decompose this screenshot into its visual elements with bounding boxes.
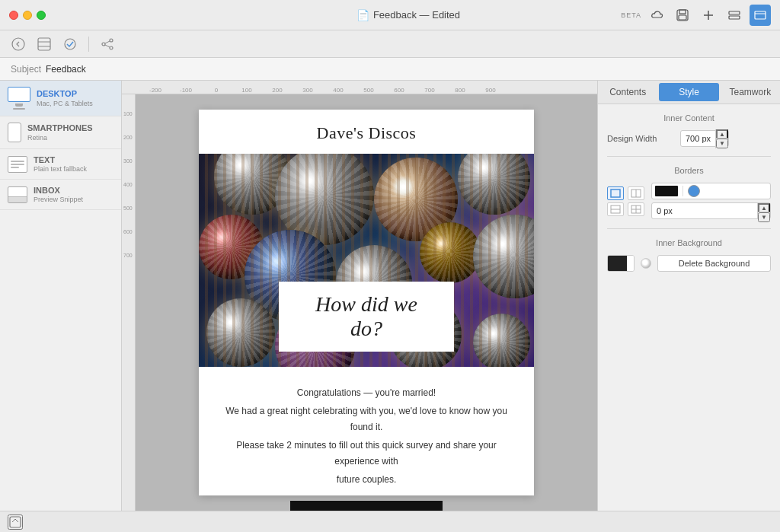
smartphone-device-icon <box>8 123 21 142</box>
window-title: 📄 Feedback — Edited <box>356 9 460 21</box>
disco-ball-8 <box>420 222 481 283</box>
disco-ball-13 <box>473 314 530 367</box>
preview-inbox[interactable]: INBOX Preview Snippet <box>0 180 121 210</box>
back-icon-btn[interactable] <box>8 33 29 55</box>
share-icon-btn[interactable] <box>97 33 118 55</box>
delete-background-button[interactable]: Delete Background <box>657 255 771 272</box>
disco-ball-9 <box>473 215 534 298</box>
fullscreen-button[interactable] <box>37 11 46 20</box>
svg-point-9 <box>12 38 24 50</box>
swatch-dark-color <box>608 256 627 271</box>
design-width-label: Design Width <box>607 134 676 143</box>
email-cta-button[interactable]: Leave us a review <box>290 501 443 511</box>
how-did-we-do-text: How did we do? <box>315 292 417 340</box>
inner-background-controls: Delete Background <box>607 255 771 272</box>
tab-contents[interactable]: Contents <box>598 81 657 104</box>
svg-rect-1 <box>679 10 686 14</box>
border-size-row[interactable]: 0 px ▲ ▼ <box>651 202 771 219</box>
svg-point-15 <box>102 43 105 46</box>
border-color-swatch[interactable] <box>655 186 678 196</box>
border-size-down-btn[interactable]: ▼ <box>758 212 770 222</box>
border-layout-picker <box>607 186 645 216</box>
desktop-preview-text: DESKTOP Mac, PC & Tablets <box>37 89 113 107</box>
email-body-line-3: Please take 2 minutes to fill out this q… <box>222 438 511 469</box>
subject-label: Subject <box>11 64 41 75</box>
tab-style[interactable]: Style <box>659 83 718 101</box>
title-bar: 📄 Feedback — Edited BETA <box>0 0 780 30</box>
preview-panel: DESKTOP Mac, PC & Tablets SMARTPHONES Re… <box>0 81 122 511</box>
svg-rect-6 <box>729 16 740 19</box>
svg-rect-2 <box>679 15 686 20</box>
borders-controls: 0 px ▲ ▼ <box>607 183 771 219</box>
minimize-button[interactable] <box>23 11 32 20</box>
svg-line-18 <box>105 45 110 47</box>
canvas-with-ruler: 100 200 300 400 500 600 700 Dave's Disco… <box>122 94 597 511</box>
preview-smartphones[interactable]: SMARTPHONES Retina <box>0 116 121 149</box>
check-icon-btn[interactable] <box>59 33 81 55</box>
right-panel-content: Inner Content Design Width 700 px ▲ ▼ Bo… <box>598 104 780 511</box>
svg-rect-10 <box>38 38 50 50</box>
design-width-up-btn[interactable]: ▲ <box>716 129 728 139</box>
secondary-toolbar <box>0 30 780 58</box>
template-icon-btn[interactable] <box>34 33 55 55</box>
email-body-line-4: future couples. <box>222 472 511 487</box>
border-size-up-btn[interactable]: ▲ <box>758 203 770 212</box>
design-width-stepper[interactable]: 700 px ▲ ▼ <box>680 130 729 147</box>
svg-rect-27 <box>10 517 21 527</box>
email-canvas[interactable]: Dave's Discos <box>136 94 597 511</box>
svg-rect-5 <box>729 11 740 14</box>
border-option-all[interactable] <box>607 186 624 200</box>
right-panel: Contents Style Teamwork Inner Content De… <box>597 81 780 511</box>
subject-value: Feedback <box>46 64 86 75</box>
subject-bar: Subject Feedback <box>0 58 780 81</box>
svg-point-13 <box>65 39 75 49</box>
svg-line-17 <box>105 41 110 43</box>
border-option-none[interactable] <box>628 202 644 216</box>
close-button[interactable] <box>9 11 18 20</box>
borders-section-title: Borders <box>607 166 771 175</box>
traffic-lights[interactable] <box>9 11 46 20</box>
preview-text[interactable]: TEXT Plain text fallback <box>0 149 121 180</box>
beta-badge: BETA <box>621 11 641 19</box>
fullscreen-icon-btn[interactable] <box>8 514 23 530</box>
text-preview-text: TEXT Plain text fallback <box>34 155 113 173</box>
svg-point-14 <box>110 39 113 42</box>
smartphones-preview-text: SMARTPHONES Retina <box>27 123 113 141</box>
preview-icon-btn[interactable] <box>750 5 771 26</box>
preview-desktop[interactable]: DESKTOP Mac, PC & Tablets <box>0 81 121 116</box>
border-option-outer[interactable] <box>607 202 624 216</box>
layout-icon-btn[interactable] <box>724 5 745 26</box>
email-content: Dave's Discos <box>199 110 534 495</box>
text-device-icon <box>8 156 27 173</box>
border-size-stepper[interactable]: ▲ ▼ <box>757 203 770 218</box>
svg-rect-7 <box>755 11 766 19</box>
inbox-preview-text: INBOX Preview Snippet <box>34 186 113 203</box>
border-color-row[interactable] <box>651 183 771 199</box>
inner-bg-swatch[interactable] <box>607 255 635 272</box>
main-area: DESKTOP Mac, PC & Tablets SMARTPHONES Re… <box>0 81 780 511</box>
email-title: Dave's Discos <box>199 110 534 154</box>
canvas-area: -200 -100 0 100 200 300 400 500 600 700 … <box>122 81 597 511</box>
tab-teamwork[interactable]: Teamwork <box>721 81 780 104</box>
inner-background-section-title: Inner Background <box>607 238 771 247</box>
border-option-inner[interactable] <box>628 186 644 200</box>
how-did-we-do-overlay: How did we do? <box>279 282 454 352</box>
border-color-circle[interactable] <box>688 185 700 197</box>
inner-content-section-title: Inner Content <box>607 113 771 123</box>
design-width-row: Design Width 700 px ▲ ▼ <box>607 130 771 147</box>
title-text: Feedback — Edited <box>373 9 460 21</box>
email-hero: How did we do? <box>199 154 534 367</box>
bg-color-picker-icon[interactable] <box>641 258 651 269</box>
inbox-device-icon <box>8 186 27 203</box>
border-size-value: 0 px <box>652 206 757 215</box>
design-width-value: 700 px <box>681 134 715 143</box>
cloud-icon-btn[interactable] <box>646 5 667 26</box>
email-body-line-1: Congratulations — you're married! <box>222 385 511 400</box>
ruler-vertical: 100 200 300 400 500 600 700 <box>122 94 136 511</box>
save-icon-btn[interactable] <box>672 5 693 26</box>
email-body-line-2: We had a great night celebrating with yo… <box>222 403 511 435</box>
ruler-horizontal: -200 -100 0 100 200 300 400 500 600 700 … <box>122 81 597 94</box>
add-icon-btn[interactable] <box>698 5 719 26</box>
design-width-down-btn[interactable]: ▼ <box>716 139 728 148</box>
svg-rect-19 <box>611 190 620 197</box>
